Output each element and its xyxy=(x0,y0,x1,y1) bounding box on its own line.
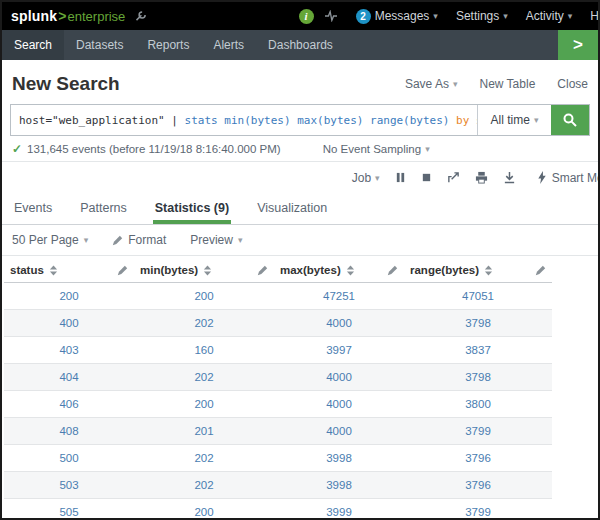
stop-button[interactable] xyxy=(421,172,432,183)
job-done-check-icon: ✓ xyxy=(12,142,22,156)
cell-range-bytes[interactable]: 3796 xyxy=(404,472,552,499)
cell-max-bytes[interactable]: 47251 xyxy=(274,283,404,310)
tab-visualization[interactable]: Visualization xyxy=(255,193,329,224)
per-page-selector[interactable]: 50 Per Page ▾ xyxy=(12,233,88,247)
cell-range-bytes[interactable]: 3798 xyxy=(404,364,552,391)
cell-max-bytes[interactable]: 3998 xyxy=(274,472,404,499)
caret-down-icon: ▾ xyxy=(433,11,438,21)
caret-down-icon: ▾ xyxy=(503,11,508,21)
new-table-link[interactable]: New Table xyxy=(480,77,536,91)
smart-mode-label: Smart Mode xyxy=(552,171,600,185)
column-header-min-bytes[interactable]: min(bytes) xyxy=(134,258,274,283)
cell-status[interactable]: 200 xyxy=(4,283,134,310)
cell-max-bytes[interactable]: 4000 xyxy=(274,391,404,418)
table-row: 40820140003799 xyxy=(4,418,552,445)
cell-range-bytes[interactable]: 3799 xyxy=(404,418,552,445)
cell-range-bytes[interactable]: 3796 xyxy=(404,445,552,472)
close-link[interactable]: Close xyxy=(557,77,588,91)
export-download-button[interactable] xyxy=(503,171,516,184)
activity-menu[interactable]: Activity ▾ xyxy=(526,9,573,23)
share-button[interactable] xyxy=(447,171,460,184)
print-button[interactable] xyxy=(475,171,488,184)
cell-range-bytes[interactable]: 3837 xyxy=(404,337,552,364)
cell-max-bytes[interactable]: 4000 xyxy=(274,418,404,445)
table-row: 50320239983796 xyxy=(4,472,552,499)
cell-max-bytes[interactable]: 3998 xyxy=(274,445,404,472)
splunk-app-button[interactable]: > xyxy=(558,30,598,60)
search-mode-selector[interactable]: Smart Mode xyxy=(537,171,600,185)
column-header-status[interactable]: status xyxy=(4,258,134,283)
column-header-range-bytes[interactable]: range(bytes) xyxy=(404,258,552,283)
cell-status[interactable]: 406 xyxy=(4,391,134,418)
job-label: Job xyxy=(352,171,371,185)
app-navbar: Search Datasets Reports Alerts Dashboard… xyxy=(2,30,598,60)
cell-max-bytes[interactable]: 3997 xyxy=(274,337,404,364)
job-menu[interactable]: Job ▾ xyxy=(352,171,380,185)
cell-status[interactable]: 505 xyxy=(4,499,134,520)
cell-status[interactable]: 400 xyxy=(4,310,134,337)
cell-min-bytes[interactable]: 202 xyxy=(134,472,274,499)
edit-column-icon[interactable] xyxy=(257,265,268,276)
caret-down-icon: ▾ xyxy=(375,173,380,183)
cell-min-bytes[interactable]: 202 xyxy=(134,310,274,337)
nav-tab-dashboards[interactable]: Dashboards xyxy=(256,30,345,60)
cell-min-bytes[interactable]: 160 xyxy=(134,337,274,364)
column-header-max-bytes[interactable]: max(bytes) xyxy=(274,258,404,283)
cell-range-bytes[interactable]: 3798 xyxy=(404,310,552,337)
format-button[interactable]: Format xyxy=(112,233,166,247)
tools-icon[interactable] xyxy=(135,10,147,22)
caret-down-icon: ▾ xyxy=(568,11,573,21)
search-input[interactable]: host="web_application" | stats min(bytes… xyxy=(11,105,477,135)
table-row: 40420240003798 xyxy=(4,364,552,391)
job-toolbar: Job ▾ Smart Mode xyxy=(2,161,598,193)
info-icon[interactable]: i xyxy=(299,9,314,24)
nav-tab-search[interactable]: Search xyxy=(2,30,64,60)
cell-min-bytes[interactable]: 200 xyxy=(134,499,274,520)
cell-min-bytes[interactable]: 202 xyxy=(134,445,274,472)
cell-range-bytes[interactable]: 47051 xyxy=(404,283,552,310)
cell-range-bytes[interactable]: 3800 xyxy=(404,391,552,418)
cell-status[interactable]: 500 xyxy=(4,445,134,472)
caret-down-icon: ▾ xyxy=(534,115,539,125)
query-stats-segment: stats min(bytes) max(bytes) range(bytes) xyxy=(185,114,457,127)
results-tabs: Events Patterns Statistics (9) Visualiza… xyxy=(2,193,598,225)
activity-pulse-icon[interactable] xyxy=(324,10,338,22)
cell-min-bytes[interactable]: 200 xyxy=(134,283,274,310)
edit-column-icon[interactable] xyxy=(387,265,398,276)
cell-status[interactable]: 403 xyxy=(4,337,134,364)
search-button[interactable] xyxy=(551,105,589,135)
tab-patterns[interactable]: Patterns xyxy=(78,193,129,224)
edit-column-icon[interactable] xyxy=(535,265,546,276)
edit-column-icon[interactable] xyxy=(117,265,128,276)
tab-statistics[interactable]: Statistics (9) xyxy=(153,193,231,224)
cell-status[interactable]: 408 xyxy=(4,418,134,445)
nav-tab-alerts[interactable]: Alerts xyxy=(201,30,256,60)
cell-max-bytes[interactable]: 3999 xyxy=(274,499,404,520)
save-as-menu[interactable]: Save As ▾ xyxy=(405,77,458,91)
time-range-label: All time xyxy=(491,113,530,127)
cell-min-bytes[interactable]: 201 xyxy=(134,418,274,445)
activity-label: Activity xyxy=(526,9,564,23)
settings-menu[interactable]: Settings ▾ xyxy=(456,9,508,23)
query-by-keyword: by xyxy=(456,114,476,127)
event-sampling-menu[interactable]: No Event Sampling ▾ xyxy=(323,143,430,155)
cell-max-bytes[interactable]: 4000 xyxy=(274,310,404,337)
nav-tab-datasets[interactable]: Datasets xyxy=(64,30,135,60)
cell-status[interactable]: 404 xyxy=(4,364,134,391)
cell-status[interactable]: 503 xyxy=(4,472,134,499)
logo-product-text: enterprise xyxy=(68,9,126,24)
preview-selector[interactable]: Preview ▾ xyxy=(190,233,242,247)
caret-down-icon: ▾ xyxy=(238,235,243,245)
caret-down-icon: ▾ xyxy=(84,235,89,245)
pause-button[interactable] xyxy=(395,172,406,183)
cell-min-bytes[interactable]: 202 xyxy=(134,364,274,391)
nav-tab-reports[interactable]: Reports xyxy=(135,30,201,60)
cell-max-bytes[interactable]: 4000 xyxy=(274,364,404,391)
tab-events[interactable]: Events xyxy=(12,193,54,224)
help-menu[interactable]: Help xyxy=(590,9,600,23)
splunk-logo[interactable]: splunk > enterprise xyxy=(11,8,125,24)
cell-range-bytes[interactable]: 3799 xyxy=(404,499,552,520)
cell-min-bytes[interactable]: 200 xyxy=(134,391,274,418)
messages-menu[interactable]: 2 Messages ▾ xyxy=(356,9,438,24)
time-range-picker[interactable]: All time ▾ xyxy=(477,105,551,135)
